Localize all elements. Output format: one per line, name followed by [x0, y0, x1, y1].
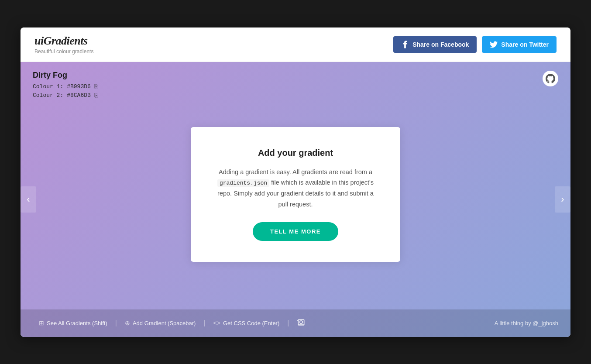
github-link[interactable]: [543, 71, 558, 86]
next-button[interactable]: ›: [555, 186, 570, 213]
get-css-button[interactable]: <> Get CSS Code (Enter): [207, 317, 286, 329]
facebook-icon: [401, 41, 409, 48]
modal-desc-part1: Adding a gradient is easy. All gradients…: [219, 168, 372, 175]
modal-title: Add your gradient: [215, 148, 376, 158]
modal-card: Add your gradient Adding a gradient is e…: [191, 127, 400, 262]
github-icon: [546, 74, 555, 83]
header: uiGradients Beautiful colour gradients S…: [21, 27, 570, 62]
grid-icon: ⊞: [39, 319, 44, 326]
screenshot-icon: [297, 318, 306, 328]
colour1-value: #B993D6: [67, 83, 91, 90]
copy-colour2-icon[interactable]: ⎘: [94, 92, 98, 99]
github-circle: [543, 71, 558, 86]
camera-icon: [297, 318, 306, 327]
logo-title: uiGradients: [34, 34, 93, 48]
gradient-area: Dirty Fog Colour 1: #B993D6 ⎘ Colour 2: …: [21, 62, 570, 337]
code-icon: <>: [213, 319, 220, 326]
colour2-label: Colour 2:: [33, 92, 63, 99]
colour1-row: Colour 1: #B993D6 ⎘: [33, 83, 558, 90]
share-twitter-button[interactable]: Share on Twitter: [482, 36, 557, 53]
twitter-icon: [490, 41, 498, 48]
colour2-value: #8CA6DB: [67, 92, 91, 99]
copy-colour1-icon[interactable]: ⎘: [94, 83, 98, 90]
colour2-row: Colour 2: #8CA6DB ⎘: [33, 92, 558, 99]
gradient-info: Dirty Fog Colour 1: #B993D6 ⎘ Colour 2: …: [33, 71, 558, 99]
footer-divider1: |: [115, 319, 117, 327]
add-gradient-button[interactable]: ⊕ Add Gradient (Spacebar): [119, 317, 202, 329]
gradient-name: Dirty Fog: [33, 71, 558, 80]
app-frame: uiGradients Beautiful colour gradients S…: [21, 27, 570, 337]
share-facebook-button[interactable]: Share on Facebook: [393, 36, 477, 53]
logo-subtitle: Beautiful colour gradients: [34, 48, 93, 55]
plus-icon: ⊕: [125, 319, 130, 326]
modal-code: gradients.json: [217, 179, 269, 187]
header-buttons: Share on Facebook Share on Twitter: [393, 36, 557, 53]
attribution: A little thing by @_jghosh: [495, 320, 558, 326]
prev-button[interactable]: ‹: [21, 186, 36, 213]
footer-divider2: |: [203, 319, 205, 327]
modal-description: Adding a gradient is easy. All gradients…: [215, 167, 376, 210]
footer-divider3: |: [287, 319, 289, 327]
colour1-label: Colour 1:: [33, 83, 63, 90]
footer-bar: ⊞ See All Gradients (Shift) | ⊕ Add Grad…: [21, 309, 570, 337]
see-all-button[interactable]: ⊞ See All Gradients (Shift): [33, 317, 113, 329]
logo-area: uiGradients Beautiful colour gradients: [34, 34, 93, 55]
screenshot-button[interactable]: [291, 316, 312, 331]
tell-me-more-button[interactable]: TELL ME MORE: [253, 222, 338, 241]
